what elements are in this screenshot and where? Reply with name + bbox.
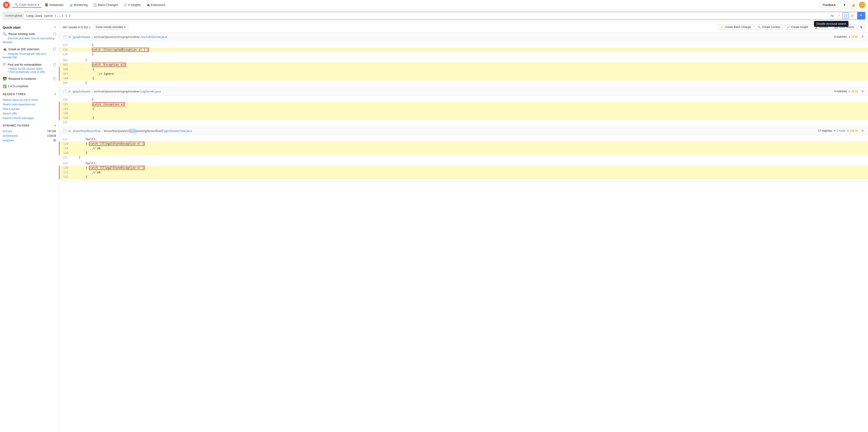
qs-vuln-link-2[interactable]: Find problematic code in diffs [3, 70, 56, 73]
nav-icon-upload[interactable]: ⬆ [841, 1, 848, 9]
code-block-1: 137 } 138 catch (InterruptedException e)… [59, 41, 868, 87]
watch-button-1[interactable]: 👁 [861, 35, 864, 39]
nav-notebooks[interactable]: 📓 Notebooks [42, 2, 66, 7]
search-input[interactable] [26, 14, 827, 18]
star-icon-2: ★ [848, 90, 851, 93]
filter-fork-count: 797189 [47, 130, 56, 133]
progress-row: ✅ 1 of 5 completed [3, 84, 56, 89]
match-highlight: catch (InterruptedException e) { } [92, 48, 149, 52]
code-line: 131 // ok [59, 170, 868, 175]
sort-button[interactable]: ⇅ [858, 24, 864, 30]
search-types-section: SEARCH TYPES ▾ Search repos by org or na… [3, 93, 56, 120]
code-line: 144 { [59, 106, 868, 111]
nav-code-search[interactable]: 🔍 Code Search ▾ [12, 2, 41, 8]
search-type-deps[interactable]: Search repo dependencies [3, 102, 56, 107]
feedback-button[interactable]: Feedback [819, 2, 839, 8]
qs-item-reuse: 🔍 Reuse existing code Discover and learn… [3, 32, 56, 44]
results-actions: ⚡ Create Batch Change 🔍 Create Context 📈… [718, 24, 864, 30]
create-context-button[interactable]: 🔍 Create Context [755, 24, 783, 30]
structural-icon: [ ] [844, 14, 847, 17]
filter-archived: archived:yes 152038 [3, 133, 56, 138]
progress-check-icon: ✅ [3, 85, 7, 88]
path-highlight-link[interactable]: test [129, 129, 135, 133]
filename-link-1[interactable]: AbsAuthServlet.java [141, 35, 167, 39]
nav-insights[interactable]: 📈 Il Insights [121, 2, 143, 7]
code-line: 120 } [59, 151, 868, 155]
qs-incidents-radio[interactable] [53, 77, 56, 80]
match-highlight: catch (IllegalStateException e) { [89, 142, 145, 146]
create-batch-icon: ⚡ [720, 25, 723, 29]
nav-icon-bell[interactable]: 🔔 [850, 1, 857, 9]
file-matches-2: 4 matches ★ 29.6k 👁 [834, 90, 864, 93]
qs-vuln-icon: 🛡 [3, 63, 6, 66]
code-line: 569 } [59, 81, 868, 85]
watch-button-3[interactable]: 👁 [861, 129, 864, 133]
match-count-2: 4 matches [834, 90, 847, 93]
code-line: 564 } [59, 58, 868, 62]
create-insight-button[interactable]: 📈 Create Insight [784, 24, 811, 30]
code-line: 566 { [59, 67, 868, 71]
qs-ide-radio[interactable] [53, 48, 56, 51]
qs-vuln-radio[interactable] [53, 63, 56, 66]
search-types-label: SEARCH TYPES ▾ [3, 93, 56, 96]
sidebar: Quick start × 🔍 Reuse existing code Disc… [0, 22, 59, 432]
star-icon-3: ★ [847, 129, 849, 132]
results-area: 30+ results in 6.31s ℹ Some results excl… [59, 22, 868, 432]
search-type-diffs[interactable]: Search diffs [3, 111, 56, 116]
quick-start-header: Quick start × [3, 25, 56, 29]
progress-text: 1 of 5 completed [8, 85, 28, 88]
nav-extensions[interactable]: 🔌 Extensions [144, 2, 168, 7]
code-line: 121 } [59, 155, 868, 160]
info-icon[interactable]: ℹ [89, 25, 90, 29]
structural-search-button[interactable]: [ ] Disable structural search [842, 12, 849, 19]
qs-item-vuln: 🛡 Find and fix vulnerabilities Watch the… [3, 63, 56, 73]
search-type-symbol[interactable]: Find a symbol [3, 107, 56, 111]
repo-link-1[interactable]: jgraph/drawio [73, 35, 90, 39]
repo-link-3[interactable]: tensorflow/tensorflow [73, 129, 100, 133]
search-input-wrapper: Aa .* [ ] Disable structural search ⊡ [24, 12, 858, 20]
code-line: 129 fail(); [59, 161, 868, 165]
filter-lang-label[interactable]: lang:java [3, 139, 13, 142]
qs-reuse-title: Reuse existing code [8, 32, 35, 36]
case-toggle-button[interactable]: ⊡ [849, 12, 856, 19]
dynamic-filters-collapse[interactable]: ▾ [55, 124, 56, 127]
filename-link-2[interactable]: LogServlet.java [141, 90, 161, 93]
more-results-button[interactable]: ▼ 2 more [834, 129, 845, 132]
code-line: 139 } [59, 52, 868, 57]
repo-link-2[interactable]: jgraph/drawio [73, 90, 90, 93]
qs-reuse-radio[interactable] [53, 32, 56, 35]
user-avatar[interactable]: U [859, 2, 865, 8]
save-search-button[interactable]: 💾 Save search [832, 24, 857, 30]
qs-vuln-link-1[interactable]: Watch the 60 second video [3, 67, 56, 70]
code-line: 568 } [59, 76, 868, 81]
monitor-button[interactable]: 🔔 Monitor [812, 24, 831, 30]
logo[interactable] [3, 1, 10, 9]
results-excluded-button[interactable]: Some results excluded ▾ [93, 25, 128, 30]
code-line: 142 } [59, 97, 868, 102]
filter-archived-count: 152038 [47, 134, 56, 137]
nav-batch-changes[interactable]: 📋 Batch Changes [91, 2, 120, 7]
file-path-3: tensorflow/tensorflow › tensorflow/java/… [73, 129, 192, 133]
code-line: 137 } [59, 43, 868, 48]
repo-icon-1: ⊙ [68, 35, 71, 39]
watch-button-2[interactable]: 👁 [861, 90, 864, 93]
create-batch-change-button[interactable]: ⚡ Create Batch Change [718, 24, 753, 30]
filter-fork-label[interactable]: fork:yes [3, 130, 12, 133]
search-type-repos[interactable]: Search repos by org or name [3, 98, 56, 102]
search-button[interactable]: 🔍 [858, 12, 865, 20]
context-pill[interactable]: context:global [3, 12, 24, 20]
top-nav: 🔍 Code Search ▾ 📓 Notebooks 📊 Monitoring… [0, 0, 868, 10]
filter-archived-label[interactable]: archived:yes [3, 134, 18, 137]
nav-monitoring[interactable]: 📊 Monitoring [67, 2, 90, 7]
search-types-collapse[interactable]: ▾ [55, 93, 56, 96]
quick-start-close-button[interactable]: × [54, 25, 56, 29]
filename-link-3[interactable]: EagerSessionTest.java [162, 129, 192, 133]
regex-button[interactable]: .* [836, 12, 842, 19]
create-context-icon: 🔍 [757, 25, 761, 29]
excluded-chevron: ▾ [124, 25, 126, 29]
monitor-icon: 🔔 [814, 25, 818, 29]
filter-lang: lang:java 30 [3, 138, 56, 143]
repo-icon-2: ⊙ [68, 90, 71, 93]
case-sensitive-button[interactable]: Aa [829, 12, 835, 19]
search-type-commits[interactable]: Search commit messages [3, 116, 56, 120]
